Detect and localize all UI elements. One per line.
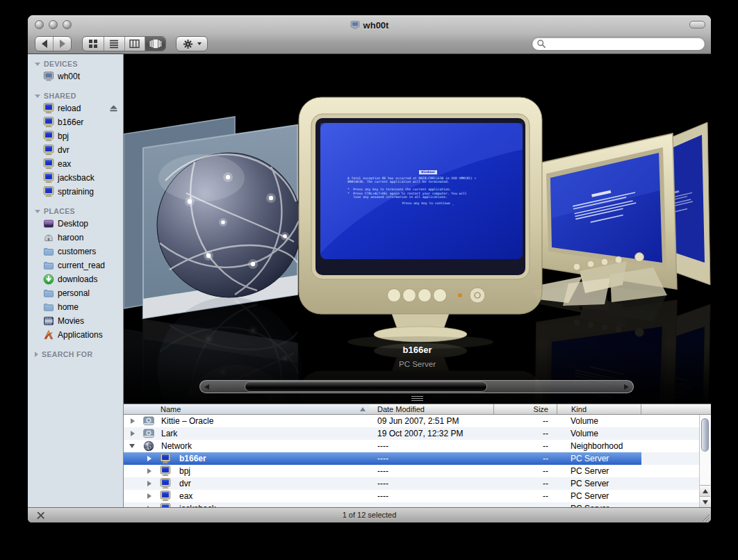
action-menu-button[interactable] [176,36,208,51]
pc-server-icon [43,172,54,183]
sidebar-item-desktop[interactable]: Desktop [28,217,123,231]
disclosure-triangle-icon [35,352,38,357]
row-size: -- [493,416,548,426]
arrow-down-icon [703,500,708,504]
pc-server-icon [160,466,171,477]
column-header-name[interactable]: Name [124,404,370,414]
sidebar-section-search-for[interactable]: SEARCH FOR [28,349,123,360]
row-kind: Volume [571,416,598,426]
sidebar-item-customers[interactable]: customers [28,245,123,258]
sidebar-item-applications[interactable]: Applications [28,328,123,342]
section-label: PLACES [44,207,75,215]
sidebar-item-haroon[interactable]: haroon [28,231,123,245]
eject-icon[interactable] [109,104,118,113]
sidebar-item-home[interactable]: home [28,300,123,314]
bsod-footer: Press any key to continue _ [347,201,509,206]
pc-server-icon [43,145,54,156]
disclosure-triangle-icon[interactable] [147,493,151,499]
search-field[interactable] [532,37,705,51]
row-name: b166er [179,454,206,463]
table-row[interactable]: Lark 19 Oct 2007, 12:32 PM -- Volume [124,427,711,440]
sidebar-item-label: Applications [58,330,103,340]
cover-item-network-globe[interactable] [157,153,302,297]
sidebar-item-reload[interactable]: reload [28,101,123,115]
coverflow-canvas[interactable]: Windows A fatal exception 0E has occurre… [124,54,711,404]
sidebar-section-shared[interactable]: SHARED [28,90,123,101]
folder-icon [43,302,54,313]
coverflow-scrollbar[interactable] [199,380,634,393]
pc-server-icon [43,131,54,142]
table-row[interactable]: dvr ---- -- PC Server [124,477,711,490]
pc-server-icon [43,117,54,128]
row-date: ---- [377,454,388,463]
cover-item-b166er[interactable] [299,97,542,349]
scroll-up-button[interactable] [700,485,710,496]
disclosure-triangle-icon[interactable] [131,418,135,424]
coverflow-scrollbar-thumb[interactable] [245,381,487,392]
list-view-button[interactable] [104,37,124,51]
row-date: ---- [377,441,388,451]
disclosure-triangle-icon[interactable] [147,456,151,461]
table-row[interactable]: jacksback ---- -- PC Server [124,502,711,507]
scrollbar-thumb[interactable] [701,418,709,452]
sidebar-item-current-read[interactable]: current_read [28,258,123,272]
column-header-date-modified[interactable]: Date Modified [370,404,493,414]
row-size: -- [493,429,548,438]
home-icon [43,232,54,243]
row-date: 19 Oct 2007, 12:32 PM [377,429,463,438]
disclosure-triangle-icon[interactable] [147,468,151,474]
disclosure-triangle-icon[interactable] [147,481,151,486]
sidebar-item-wh00t[interactable]: wh00t [28,69,123,83]
icon-view-icon [88,39,98,49]
disclosure-triangle-icon[interactable] [129,444,135,448]
cover-item-right-monitors[interactable] [532,122,710,306]
sidebar-item-b166er[interactable]: b166er [28,115,123,129]
globe-icon [143,440,154,452]
forward-button[interactable] [53,37,71,51]
table-row-selected[interactable]: b166er ---- -- PC Server [124,452,711,465]
sidebar-item-sptraining[interactable]: sptraining [28,185,123,199]
row-size: -- [493,441,548,451]
coverflow-view-button[interactable] [145,37,165,51]
column-label: Kind [571,405,587,413]
column-view-button[interactable] [124,37,145,51]
sidebar-item-label: downloads [58,274,97,284]
resize-grip[interactable] [701,513,710,522]
table-row[interactable]: bpj ---- -- PC Server [124,465,711,477]
sidebar-item-personal[interactable]: personal [28,286,123,300]
computer-icon [43,71,54,82]
sidebar-item-downloads[interactable]: downloads [28,272,123,286]
coverflow-resize-handle[interactable] [411,396,423,401]
sidebar-item-jacksback[interactable]: jacksback [28,171,123,185]
sidebar-item-bpj[interactable]: bpj [28,129,123,143]
sidebar-item-dvr[interactable]: dvr [28,143,123,157]
pc-server-icon [43,158,54,170]
table-row[interactable]: Kittie – Oracle 09 Jun 2007, 2:51 PM -- … [124,415,711,427]
row-kind: Volume [571,429,598,438]
back-button[interactable] [35,37,53,51]
row-name: Lark [161,429,177,438]
pc-server-icon [43,186,54,197]
sidebar-section-places[interactable]: PLACES [28,206,123,217]
table-row[interactable]: eax ---- -- PC Server [124,490,711,502]
scroll-left-icon[interactable] [204,384,209,390]
disclosure-triangle-icon [35,94,40,98]
scroll-right-icon[interactable] [624,384,629,390]
pc-server-icon [160,453,171,464]
toolbar-toggle-pill[interactable] [689,21,705,28]
sidebar-item-movies[interactable]: Movies [28,314,123,328]
disclosure-triangle-icon[interactable] [131,431,135,436]
icon-view-button[interactable] [83,37,104,51]
column-header-kind[interactable]: Kind [557,404,641,414]
section-label: DEVICES [44,60,78,68]
list-vertical-scrollbar[interactable] [699,415,710,507]
sidebar-section-devices[interactable]: DEVICES [28,58,123,69]
column-header-blank[interactable] [641,404,711,414]
sidebar-item-eax[interactable]: eax [28,157,123,171]
scroll-down-button[interactable] [700,496,710,507]
column-label: Date Modified [377,405,425,413]
column-header-size[interactable]: Size [493,404,557,414]
search-input[interactable] [549,39,698,49]
table-row[interactable]: Network ---- -- Neighborhood [124,440,711,452]
sidebar: DEVICES wh00t SHARED reload b166er bpj d… [28,54,124,507]
